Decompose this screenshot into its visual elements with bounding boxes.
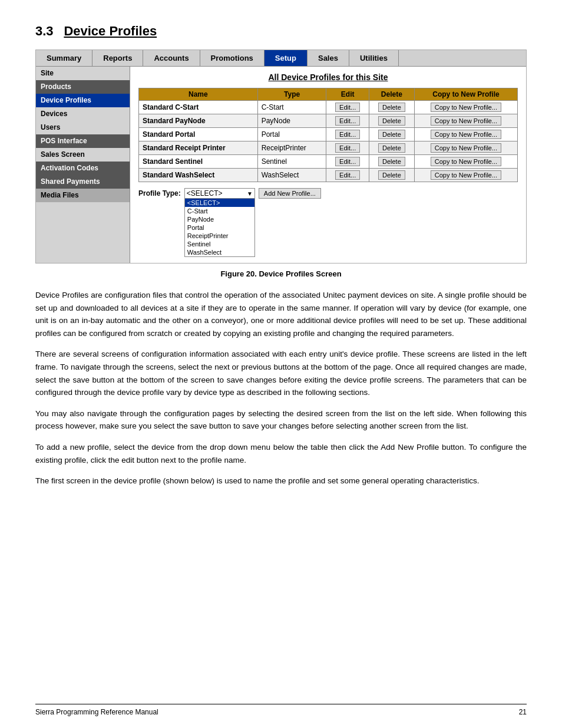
- nav-item-summary[interactable]: Summary: [36, 50, 92, 66]
- profile-type-select[interactable]: <SELECT> ▼: [184, 188, 255, 199]
- copy-to-new-profile-button[interactable]: Copy to New Profile...: [431, 157, 501, 166]
- sidebar-item-device-profiles[interactable]: Device Profiles: [36, 94, 130, 107]
- table-row: Standard PayNodePayNodeEdit...DeleteCopy…: [139, 114, 518, 128]
- content-title: All Device Profiles for this Site: [138, 73, 518, 82]
- cell-type: C-Start: [257, 101, 326, 114]
- section-title: Device Profiles: [64, 24, 157, 38]
- sidebar-item-activation-codes[interactable]: Activation Codes: [36, 162, 130, 175]
- nav-bar: Summary Reports Accounts Promotions Setu…: [36, 50, 526, 67]
- sidebar-item-users[interactable]: Users: [36, 121, 130, 134]
- delete-button[interactable]: Delete: [378, 116, 405, 126]
- sidebar-item-products[interactable]: Products: [36, 80, 130, 94]
- copy-to-new-profile-button[interactable]: Copy to New Profile...: [431, 143, 501, 153]
- cell-type: Sentinel: [257, 155, 326, 169]
- sidebar-item-site[interactable]: Site: [36, 67, 130, 80]
- col-header-delete: Delete: [369, 88, 414, 101]
- body-paragraph: The first screen in the device profile (…: [35, 475, 527, 487]
- cell-copy[interactable]: Copy to New Profile...: [414, 101, 517, 114]
- copy-to-new-profile-button[interactable]: Copy to New Profile...: [431, 130, 501, 139]
- cell-name: Standard PayNode: [139, 114, 258, 128]
- cell-edit[interactable]: Edit...: [326, 128, 369, 141]
- body-text-container: Device Profiles are configuration files …: [35, 289, 527, 487]
- body-paragraph: Device Profiles are configuration files …: [35, 289, 527, 340]
- cell-copy[interactable]: Copy to New Profile...: [414, 141, 517, 155]
- nav-item-promotions[interactable]: Promotions: [200, 50, 265, 66]
- dropdown-option-receiptprinter[interactable]: ReceiptPrinter: [185, 232, 254, 240]
- cell-delete[interactable]: Delete: [369, 128, 414, 141]
- nav-item-sales[interactable]: Sales: [308, 50, 349, 66]
- cell-type: ReceiptPrinter: [257, 141, 326, 155]
- cell-copy[interactable]: Copy to New Profile...: [414, 128, 517, 141]
- table-row: Standard SentinelSentinelEdit...DeleteCo…: [139, 155, 518, 169]
- footer-left: Sierra Programming Reference Manual: [35, 708, 158, 716]
- cell-name: Standard Portal: [139, 128, 258, 141]
- body-paragraph: There are several screens of configurati…: [35, 348, 527, 398]
- main-area: Site Products Device Profiles Devices Us…: [36, 67, 526, 263]
- nav-item-reports[interactable]: Reports: [92, 50, 143, 66]
- cell-delete[interactable]: Delete: [369, 101, 414, 114]
- cell-delete[interactable]: Delete: [369, 169, 414, 182]
- col-header-type: Type: [257, 88, 326, 101]
- sidebar-item-pos-interface[interactable]: POS Interface: [36, 134, 130, 148]
- edit-button[interactable]: Edit...: [335, 130, 360, 139]
- section-number: 3.3: [35, 24, 54, 38]
- add-new-profile-button[interactable]: Add New Profile...: [259, 188, 321, 199]
- edit-button[interactable]: Edit...: [335, 170, 360, 180]
- screenshot-box: Summary Reports Accounts Promotions Setu…: [35, 50, 527, 263]
- profiles-table: Name Type Edit Delete Copy to New Profil…: [138, 88, 518, 182]
- cell-type: PayNode: [257, 114, 326, 128]
- sidebar-item-media-files[interactable]: Media Files: [36, 189, 130, 202]
- cell-edit[interactable]: Edit...: [326, 155, 369, 169]
- edit-button[interactable]: Edit...: [335, 103, 360, 112]
- cell-delete[interactable]: Delete: [369, 114, 414, 128]
- copy-to-new-profile-button[interactable]: Copy to New Profile...: [431, 116, 501, 126]
- footer-right: 21: [519, 708, 527, 716]
- sidebar-item-shared-payments[interactable]: Shared Payments: [36, 175, 130, 189]
- cell-name: Standard Sentinel: [139, 155, 258, 169]
- delete-button[interactable]: Delete: [378, 103, 405, 112]
- table-row: Standard Receipt PrinterReceiptPrinterEd…: [139, 141, 518, 155]
- sidebar-item-devices[interactable]: Devices: [36, 107, 130, 121]
- profile-type-dropdown-container[interactable]: <SELECT> ▼ <SELECT> C-Start PayNode Port…: [184, 188, 255, 257]
- cell-edit[interactable]: Edit...: [326, 101, 369, 114]
- select-box-text: <SELECT>: [187, 189, 244, 197]
- cell-edit[interactable]: Edit...: [326, 114, 369, 128]
- cell-delete[interactable]: Delete: [369, 155, 414, 169]
- nav-item-setup[interactable]: Setup: [265, 50, 308, 66]
- table-row: Standard PortalPortalEdit...DeleteCopy t…: [139, 128, 518, 141]
- nav-item-utilities[interactable]: Utilities: [349, 50, 399, 66]
- sidebar: Site Products Device Profiles Devices Us…: [36, 67, 130, 263]
- sidebar-item-sales-screen[interactable]: Sales Screen: [36, 148, 130, 162]
- cell-copy[interactable]: Copy to New Profile...: [414, 114, 517, 128]
- body-paragraph: You may also navigate through the config…: [35, 407, 527, 433]
- profile-type-label: Profile Type:: [138, 188, 181, 197]
- dropdown-option-sentinel[interactable]: Sentinel: [185, 240, 254, 248]
- dropdown-option-paynode[interactable]: PayNode: [185, 215, 254, 223]
- edit-button[interactable]: Edit...: [335, 157, 360, 166]
- cell-delete[interactable]: Delete: [369, 141, 414, 155]
- body-paragraph: To add a new profile, select the device …: [35, 441, 527, 466]
- chevron-down-icon: ▼: [247, 190, 253, 197]
- copy-to-new-profile-button[interactable]: Copy to New Profile...: [431, 103, 501, 112]
- cell-edit[interactable]: Edit...: [326, 141, 369, 155]
- nav-item-accounts[interactable]: Accounts: [143, 50, 200, 66]
- edit-button[interactable]: Edit...: [335, 143, 360, 153]
- cell-name: Standard C-Start: [139, 101, 258, 114]
- copy-to-new-profile-button[interactable]: Copy to New Profile...: [431, 170, 501, 180]
- edit-button[interactable]: Edit...: [335, 116, 360, 126]
- cell-type: WashSelect: [257, 169, 326, 182]
- col-header-copy: Copy to New Profile: [414, 88, 517, 101]
- dropdown-option-select[interactable]: <SELECT>: [185, 199, 254, 207]
- cell-copy[interactable]: Copy to New Profile...: [414, 155, 517, 169]
- cell-copy[interactable]: Copy to New Profile...: [414, 169, 517, 182]
- dropdown-option-portal[interactable]: Portal: [185, 223, 254, 232]
- dropdown-option-washselect[interactable]: WashSelect: [185, 248, 254, 256]
- col-header-edit: Edit: [326, 88, 369, 101]
- cell-edit[interactable]: Edit...: [326, 169, 369, 182]
- dropdown-option-cstart[interactable]: C-Start: [185, 207, 254, 215]
- delete-button[interactable]: Delete: [378, 170, 405, 180]
- delete-button[interactable]: Delete: [378, 143, 405, 153]
- page-footer: Sierra Programming Reference Manual 21: [35, 704, 527, 716]
- delete-button[interactable]: Delete: [378, 130, 405, 139]
- delete-button[interactable]: Delete: [378, 157, 405, 166]
